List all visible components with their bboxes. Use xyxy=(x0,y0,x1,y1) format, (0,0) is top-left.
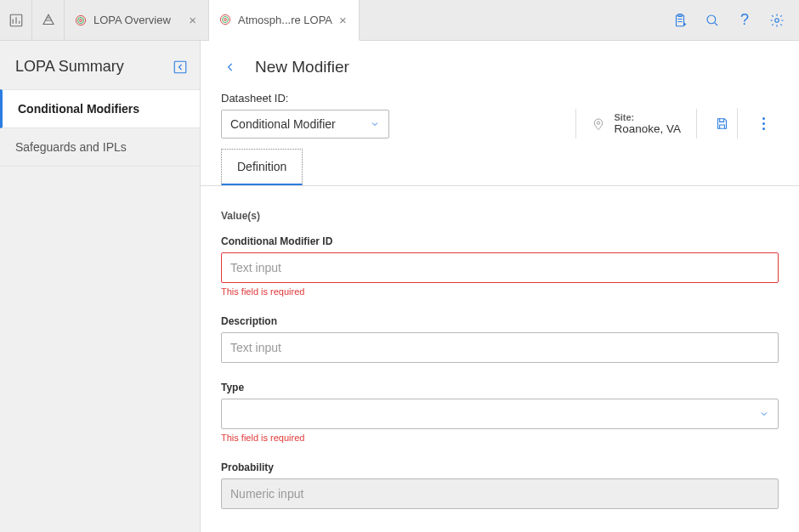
conditional-modifier-id-input[interactable] xyxy=(221,252,779,283)
type-error: This field is required xyxy=(221,433,779,443)
tab-lopa-overview[interactable]: LOPA Overview × xyxy=(65,0,209,40)
type-select[interactable] xyxy=(221,399,779,429)
datasheet-id-label: Datasheet ID: xyxy=(221,92,389,105)
tab-label: Atmosph...re LOPA xyxy=(238,14,332,26)
page-title: New Modifier xyxy=(255,58,349,76)
svg-point-12 xyxy=(598,122,600,124)
close-icon[interactable]: × xyxy=(339,14,347,26)
sidebar: LOPA Summary Conditional Modifiers Safeg… xyxy=(0,41,201,532)
svg-point-2 xyxy=(78,17,84,23)
site-value: Roanoke, VA xyxy=(614,122,681,135)
tab-definition[interactable]: Definition xyxy=(221,149,303,185)
nav-dashboard-icon[interactable] xyxy=(0,0,32,40)
gear-icon[interactable] xyxy=(768,12,785,29)
sidebar-item-label: Safeguards and IPLs xyxy=(15,140,127,154)
site-info: Site: Roanoke, VA xyxy=(575,109,697,139)
chevron-down-icon xyxy=(759,409,769,419)
description-label: Description xyxy=(221,315,779,327)
search-icon[interactable] xyxy=(704,12,721,29)
page-tab-label: Definition xyxy=(237,160,286,173)
svg-point-5 xyxy=(223,17,229,23)
location-pin-icon xyxy=(592,116,605,133)
sidebar-item-label: Conditional Modifiers xyxy=(18,102,139,116)
clipboard-icon[interactable] xyxy=(672,12,688,29)
sidebar-item-conditional-modifiers[interactable]: Conditional Modifiers xyxy=(0,89,200,128)
kebab-icon xyxy=(762,117,765,130)
description-input[interactable] xyxy=(221,332,779,363)
close-icon[interactable]: × xyxy=(189,14,196,26)
svg-point-3 xyxy=(80,19,82,21)
help-icon[interactable]: ? xyxy=(736,12,753,29)
chevron-down-icon xyxy=(370,119,380,129)
collapse-sidebar-icon[interactable] xyxy=(173,59,188,75)
tab-label: LOPA Overview xyxy=(94,14,171,26)
app-tabstrip: LOPA Overview × Atmosph...re LOPA × ? xyxy=(0,0,799,41)
type-label: Type xyxy=(221,382,779,393)
save-button[interactable] xyxy=(707,108,738,139)
probability-input[interactable] xyxy=(221,478,779,509)
back-button[interactable] xyxy=(221,58,240,76)
svg-point-10 xyxy=(775,18,779,22)
datasheet-value: Conditional Modifier xyxy=(230,117,336,131)
datasheet-select[interactable]: Conditional Modifier xyxy=(221,110,389,139)
global-actions: ? xyxy=(658,0,799,40)
svg-point-9 xyxy=(707,15,716,24)
svg-rect-11 xyxy=(174,61,186,73)
nav-hierarchy-icon[interactable] xyxy=(32,0,65,40)
svg-point-6 xyxy=(224,19,227,21)
main-content: New Modifier Datasheet ID: Conditional M… xyxy=(201,41,799,532)
more-actions-button[interactable] xyxy=(748,108,779,139)
sidebar-item-safeguards-ipls[interactable]: Safeguards and IPLs xyxy=(0,128,200,167)
section-values-label: Value(s) xyxy=(201,186,799,227)
sidebar-title: LOPA Summary xyxy=(15,58,124,76)
probability-label: Probability xyxy=(221,461,779,473)
tab-atmosphere-lopa[interactable]: Atmosph...re LOPA × xyxy=(209,0,360,41)
cmid-error: This field is required xyxy=(221,286,779,297)
site-label: Site: xyxy=(614,112,681,122)
cmid-label: Conditional Modifier ID xyxy=(221,235,779,247)
